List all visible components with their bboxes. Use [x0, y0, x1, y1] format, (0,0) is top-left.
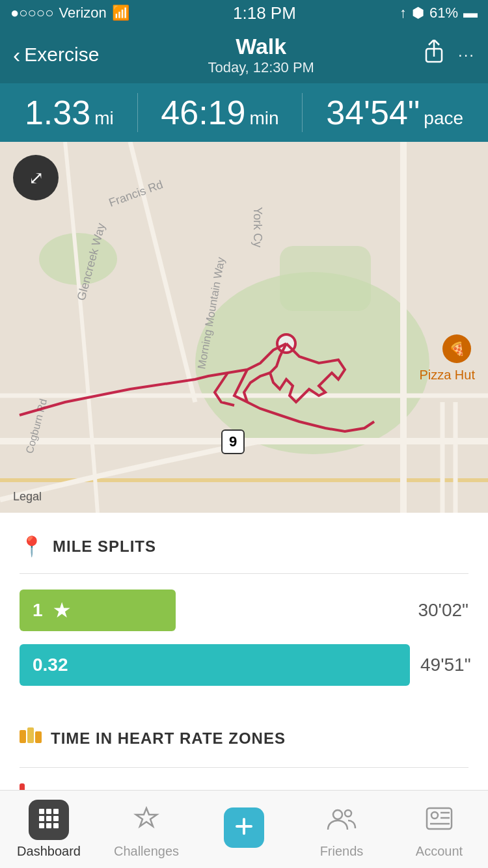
mile-splits-section: 📍 MILE SPLITS 1 ★ 30'02" 0.32 49'51"	[0, 513, 488, 686]
friends-icon	[327, 806, 357, 834]
stats-bar: 1.33mi 46:19min 34'54"pace	[0, 83, 488, 142]
tab-bar: Dashboard Challenges	[0, 790, 488, 868]
svg-text:Cogburn Rd: Cogburn Rd	[23, 398, 49, 455]
header-center: Walk Today, 12:30 PM	[208, 34, 314, 76]
status-icons: ↑ ⬢ 61% ▬	[400, 5, 478, 21]
split-bar-2: 0.32	[20, 644, 410, 686]
share-button[interactable]	[423, 40, 445, 70]
section-divider-1	[20, 573, 468, 574]
svg-text:Glencreek Way: Glencreek Way	[75, 222, 108, 302]
svg-rect-26	[53, 809, 59, 814]
svg-point-35	[333, 810, 342, 819]
svg-text:Francis Rd: Francis Rd	[107, 178, 165, 210]
duration-value: 46:19min	[161, 96, 278, 129]
hr-header: TIME IN HEART RATE ZONES	[20, 725, 468, 752]
split-row-2: 0.32 49'51"	[20, 644, 468, 686]
tab-add[interactable]	[195, 807, 293, 852]
svg-rect-25	[46, 809, 51, 814]
status-time: 1:18 PM	[233, 3, 296, 23]
challenges-icon	[132, 804, 161, 835]
account-icon-wrapper	[419, 800, 459, 840]
star-icon: ★	[53, 600, 70, 621]
svg-point-38	[431, 812, 438, 819]
split-time-2: 49'51"	[420, 655, 471, 675]
split-row-1: 1 ★ 30'02"	[20, 590, 468, 631]
friends-icon-wrapper	[321, 800, 362, 840]
location-status-icon: ↑	[400, 5, 407, 21]
back-label: Exercise	[24, 44, 99, 66]
battery-percent: 61%	[429, 5, 458, 21]
bluetooth-icon: ⬢	[412, 5, 424, 21]
tab-friends[interactable]: Friends	[293, 800, 390, 859]
add-icon	[232, 814, 256, 841]
header: ‹ Exercise Walk Today, 12:30 PM ···	[0, 26, 488, 83]
hr-title: TIME IN HEART RATE ZONES	[51, 729, 286, 748]
account-icon	[425, 806, 454, 834]
stat-divider-1	[137, 93, 138, 132]
tab-dashboard[interactable]: Dashboard	[0, 800, 98, 859]
wifi-icon: 📶	[112, 5, 129, 21]
svg-rect-24	[39, 809, 44, 814]
carrier-name: Verizon	[59, 5, 106, 21]
flame-icon	[20, 725, 42, 752]
split-bar-1: 1 ★	[20, 590, 176, 631]
back-button[interactable]: ‹ Exercise	[13, 42, 99, 68]
svg-text:York Cy: York Cy	[251, 207, 264, 247]
svg-rect-27	[39, 816, 44, 821]
header-actions: ···	[423, 40, 475, 70]
signal-dots: ●○○○○	[10, 5, 53, 21]
split-time-1: 30'02"	[418, 600, 468, 621]
svg-rect-23	[35, 731, 42, 743]
map-container: Glencreek Way Francis Rd York Cy Morning…	[0, 142, 488, 513]
pace-stat: 34'54"pace	[326, 96, 463, 129]
svg-point-4	[39, 233, 117, 285]
svg-point-20	[277, 334, 295, 353]
svg-rect-34	[236, 825, 252, 828]
map-badge: 9	[221, 429, 245, 454]
map-expand-button[interactable]: ⤢	[13, 155, 59, 200]
duration-stat: 46:19min	[161, 96, 278, 129]
svg-text:Morning Mountain Way: Morning Mountain Way	[195, 256, 227, 370]
chevron-left-icon: ‹	[13, 42, 20, 68]
location-pin-icon: 📍	[20, 535, 44, 558]
svg-rect-30	[39, 823, 44, 828]
svg-rect-28	[46, 816, 51, 821]
split-label-1: 1	[33, 600, 43, 621]
svg-rect-22	[27, 727, 34, 743]
dashboard-icon	[36, 806, 61, 834]
map-legal: Legal	[13, 490, 42, 504]
pizza-hut-icon: 🍕	[442, 334, 471, 363]
challenges-icon-wrapper	[126, 800, 167, 840]
mile-splits-header: 📍 MILE SPLITS	[20, 535, 468, 558]
distance-value: 1.33mi	[25, 96, 114, 129]
tab-challenges-label: Challenges	[114, 844, 179, 859]
battery-icon: ▬	[463, 5, 478, 21]
split-label-2: 0.32	[33, 655, 68, 675]
svg-rect-29	[53, 816, 59, 821]
pace-value: 34'54"pace	[326, 96, 463, 129]
workout-subtitle: Today, 12:30 PM	[208, 59, 314, 76]
section-divider-2	[20, 767, 468, 768]
svg-point-36	[345, 810, 351, 817]
tab-account[interactable]: Account	[390, 800, 488, 859]
svg-rect-21	[20, 730, 26, 743]
status-bar: ●○○○○ Verizon 📶 1:18 PM ↑ ⬢ 61% ▬	[0, 0, 488, 26]
pizza-hut-label: Pizza Hut	[419, 368, 475, 383]
tab-challenges[interactable]: Challenges	[98, 800, 195, 859]
svg-rect-5	[280, 246, 371, 311]
mile-splits-title: MILE SPLITS	[53, 537, 156, 556]
tab-friends-label: Friends	[320, 844, 364, 859]
svg-rect-32	[53, 823, 59, 828]
svg-rect-2	[0, 142, 488, 513]
tab-dashboard-label: Dashboard	[17, 844, 81, 859]
svg-rect-31	[46, 823, 51, 828]
workout-title: Walk	[208, 34, 314, 59]
more-button[interactable]: ···	[458, 46, 475, 64]
add-icon-wrapper	[224, 807, 264, 848]
status-carrier: ●○○○○ Verizon 📶	[10, 5, 129, 21]
tab-account-label: Account	[416, 844, 463, 859]
svg-point-3	[195, 272, 429, 454]
stat-divider-2	[302, 93, 303, 132]
distance-stat: 1.33mi	[25, 96, 114, 129]
dashboard-icon-wrapper	[29, 800, 69, 840]
